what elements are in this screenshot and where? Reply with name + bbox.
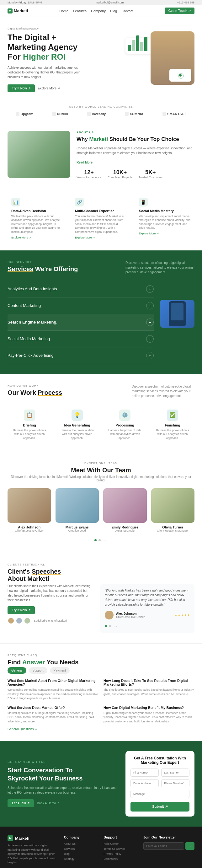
form-first-name[interactable] bbox=[131, 769, 159, 777]
service-ppc[interactable]: Pay-Per-Click Advertising + bbox=[7, 347, 154, 364]
faq-a-4: Digital marketing enhances your online p… bbox=[103, 711, 195, 724]
hero-title: The Digital +Marketing AgencyFor Higher … bbox=[7, 33, 126, 62]
team-title-highlight: Team bbox=[115, 467, 131, 473]
service-plus-analytics[interactable]: + bbox=[146, 285, 154, 293]
services-header: OUR SERVICES Services We're Offering Dis… bbox=[7, 260, 195, 275]
service-plus-sem[interactable]: + bbox=[146, 318, 154, 326]
testimonial-left: Our clients share their experiences with… bbox=[7, 584, 93, 624]
feature-social-media: 📱 Social Media Mastery We develop and im… bbox=[135, 194, 195, 243]
stat-customers: 5K+ Trusted Customers bbox=[139, 169, 163, 179]
footer-link-blog[interactable]: Blog bbox=[64, 852, 98, 856]
services-section: OUR SERVICES Services We're Offering Dis… bbox=[0, 250, 202, 374]
avatar-alex bbox=[7, 488, 51, 523]
footer-link-community[interactable]: Community bbox=[103, 857, 137, 861]
quote-stars: ★★★★★ bbox=[174, 613, 190, 617]
nav-cta-button[interactable]: Get In Touch ↗ bbox=[165, 7, 195, 14]
service-content[interactable]: Content Marketing + bbox=[7, 298, 154, 314]
nav-features[interactable]: Features bbox=[73, 9, 87, 13]
stat-years-num: 12+ bbox=[76, 169, 101, 176]
service-smm[interactable]: Social Media Marketing + bbox=[7, 331, 154, 347]
form-last-name[interactable] bbox=[161, 769, 190, 777]
footer-company-title: Company bbox=[64, 835, 98, 839]
form-phone[interactable] bbox=[161, 779, 190, 787]
footer-link-about[interactable]: About Us bbox=[64, 842, 98, 845]
stat-projects: 10K+ Completed Projects bbox=[108, 169, 132, 179]
cta-tag: GET STARTED WITH US bbox=[7, 761, 119, 764]
hero-chart bbox=[126, 38, 154, 54]
about-read-more-link[interactable]: Read More bbox=[76, 161, 93, 164]
service-plus-content[interactable]: + bbox=[146, 302, 154, 309]
hero-cta-primary[interactable]: Try It Now ↗ bbox=[7, 85, 35, 92]
nav-company[interactable]: Company bbox=[91, 9, 106, 13]
team-dot-2[interactable] bbox=[99, 539, 101, 541]
footer-link-help[interactable]: Help Center bbox=[103, 842, 137, 845]
step-title-finishing: Finishing bbox=[153, 423, 192, 427]
how-work-header-left: HOW DO WE WORK Our Work Process bbox=[7, 384, 62, 398]
nav-contact[interactable]: Contact bbox=[122, 9, 133, 13]
team-member-olivia: Olivia Turner Client Relations Manager bbox=[151, 488, 195, 532]
features-section: 📊 Data-Driven Decision We lead the pack … bbox=[0, 189, 202, 250]
services-inner: Analytics And Data Insights + Content Ma… bbox=[7, 281, 195, 364]
service-sem[interactable]: Search Engine Marketing. + bbox=[7, 314, 154, 331]
quote-dot-1[interactable] bbox=[105, 625, 107, 627]
footer-logo-icon: M bbox=[7, 835, 13, 841]
faq-tab-payment[interactable]: Payment bbox=[50, 667, 70, 674]
bar-5 bbox=[144, 37, 147, 51]
about-section: ABOUT US Why Marketi Should Be Your Top … bbox=[0, 121, 202, 189]
team-dot-1[interactable] bbox=[94, 539, 97, 541]
step-desc-briefing: Harness the power of data with our analy… bbox=[10, 428, 49, 440]
step-icon-processing: ⚙️ bbox=[119, 409, 131, 421]
faq-tab-general[interactable]: General bbox=[7, 667, 26, 674]
service-preview-img bbox=[160, 300, 195, 328]
team-role-emily: Digital Strategist bbox=[103, 529, 147, 532]
logo-text: Marketi bbox=[14, 8, 28, 13]
testimonial-title: Client's SpeechesAbout Marketi bbox=[7, 568, 195, 583]
quote-next-arrow[interactable]: → bbox=[113, 623, 118, 629]
faq-tab-support[interactable]: Support bbox=[29, 667, 47, 674]
newsletter-submit-button[interactable]: → bbox=[186, 842, 195, 850]
footer-link-terms[interactable]: Terms Of Service bbox=[103, 847, 137, 850]
testimonial-title-highlight: Speeches bbox=[32, 568, 61, 575]
newsletter-input[interactable] bbox=[143, 842, 184, 850]
feature-link-3[interactable]: Explore More ↗ bbox=[139, 232, 191, 235]
cta-book-demo-link[interactable]: Book A Demo ↗ bbox=[37, 802, 59, 805]
footer-link-strategy[interactable]: Strategy bbox=[64, 857, 98, 861]
feature-link-2[interactable]: Explore More ↗ bbox=[75, 236, 127, 239]
hero-title-highlight: Higher ROI bbox=[23, 52, 66, 62]
feature-title-1: Data-Driven Decision bbox=[11, 209, 63, 213]
service-plus-smm[interactable]: + bbox=[146, 335, 154, 343]
bar-1 bbox=[128, 45, 131, 51]
testimonial-count: Satisfied clients of Marketi bbox=[34, 619, 67, 622]
faq-tag: FREQUENTLY ASQ bbox=[7, 654, 195, 657]
testimonial-cta-button[interactable]: Try It Now ↗ bbox=[7, 606, 35, 614]
footer-link-privacy[interactable]: Privacy Policy bbox=[103, 852, 137, 856]
team-next-arrow[interactable]: → bbox=[103, 537, 108, 543]
top-bar-hours: Monday-Friday: 9AM - 5PM bbox=[7, 1, 42, 4]
form-submit-button[interactable]: Submit ↗ bbox=[131, 802, 190, 811]
faq-general-questions-link[interactable]: General Questions → bbox=[7, 727, 195, 731]
used-by-label: USED BY WORLD LEADING COMPANIES bbox=[7, 105, 195, 108]
service-plus-ppc[interactable]: + bbox=[146, 352, 154, 359]
footer-link-services[interactable]: Services bbox=[64, 847, 98, 850]
nav-home[interactable]: Home bbox=[59, 9, 68, 13]
quote-dot-2[interactable] bbox=[109, 625, 111, 627]
feature-link-1[interactable]: Explore More ↗ bbox=[11, 236, 63, 239]
form-message[interactable] bbox=[131, 790, 190, 798]
about-title-brand: Marketi bbox=[90, 136, 108, 142]
footer-newsletter-title: Join Our Newsletter bbox=[143, 835, 195, 839]
hero-explore-link[interactable]: Explore More ↗ bbox=[38, 87, 60, 90]
cta-buttons: Let's Talk ↗ Book A Demo ↗ bbox=[7, 799, 119, 807]
form-email[interactable] bbox=[131, 779, 159, 787]
cta-primary-button[interactable]: Let's Talk ↗ bbox=[7, 799, 34, 807]
nav-blog[interactable]: Blog bbox=[110, 9, 117, 13]
team-name-alex: Alex Johnson bbox=[7, 525, 51, 529]
faq-item-3: What Services Does Marketi Offer? Market… bbox=[7, 706, 99, 724]
step-icon-finishing: ✅ bbox=[167, 409, 178, 421]
team-pagination: → bbox=[7, 537, 195, 543]
team-role-marcus: Creative Lead bbox=[56, 529, 99, 532]
avatar-marcus bbox=[56, 488, 99, 523]
testimonial-section: CLIENTS TESTIMONIAL Client's SpeechesAbo… bbox=[0, 553, 202, 643]
service-analytics[interactable]: Analytics And Data Insights + bbox=[7, 281, 154, 298]
how-work-desc: Discover a spectrum of cutting-edge digi… bbox=[132, 384, 195, 398]
faq-a-2: The time it takes to see results varies … bbox=[103, 688, 195, 696]
